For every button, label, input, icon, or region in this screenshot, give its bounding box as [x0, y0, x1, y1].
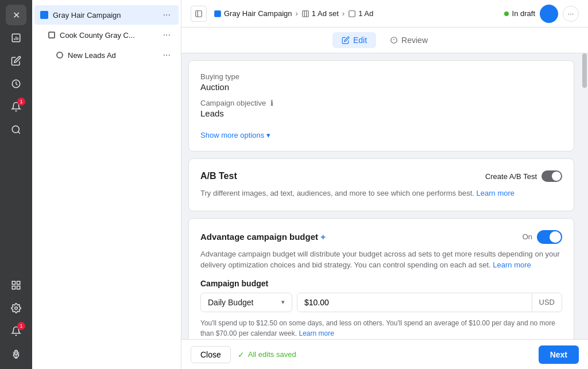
breadcrumb-adset[interactable]: 1 Ad set	[301, 9, 339, 18]
svg-rect-11	[303, 10, 309, 17]
budget-amount-input[interactable]	[297, 293, 532, 312]
buying-type-value: Auction	[200, 82, 562, 92]
daily-budget-label: Daily Budget	[208, 298, 278, 307]
advantage-budget-header: Advantage campaign budget + On	[200, 230, 562, 244]
action-tabs: Edit Review	[181, 28, 588, 53]
ab-toggle-knob	[552, 172, 561, 181]
ab-test-title: A/B Test	[200, 171, 237, 181]
topbar-more-btn[interactable]: ···	[563, 6, 579, 22]
svg-rect-3	[12, 281, 15, 284]
advantage-toggle-btn[interactable]	[537, 230, 562, 244]
advantage-toggle-knob	[550, 231, 561, 243]
bug-icon-btn[interactable]	[6, 344, 26, 364]
topbar-actions: In draft ···	[504, 5, 579, 23]
show-more-options-link[interactable]: Show more options ▾	[200, 131, 270, 139]
sidebar-adset-label: Cook County Gray C...	[60, 31, 161, 40]
settings-icon-btn[interactable]	[6, 298, 26, 318]
advantage-on-label: On	[523, 232, 532, 241]
tab-review[interactable]: Review	[381, 32, 437, 48]
notification-badge: 1	[17, 98, 25, 106]
campaign-more-btn[interactable]: ···	[161, 9, 173, 21]
svg-point-7	[15, 307, 18, 310]
svg-rect-6	[17, 286, 20, 289]
alert-badge: 1	[17, 322, 25, 330]
budget-inputs: Daily Budget ▾ USD	[200, 293, 562, 312]
sidebar-ad-label: New Leads Ad	[68, 51, 161, 60]
daily-budget-select[interactable]: Daily Budget ▾	[200, 293, 292, 312]
status-badge: In draft	[504, 9, 535, 18]
content-area: Buying type Auction Campaign objective ℹ…	[181, 53, 588, 339]
adset-icon	[48, 32, 55, 38]
bottom-bar: Close ✓ All edits saved Next	[181, 339, 588, 369]
svg-rect-4	[17, 281, 20, 284]
breadcrumb-campaign[interactable]: Gray Hair Campaign	[214, 9, 292, 18]
advantage-plus-icon: +	[320, 232, 326, 242]
budget-amount-field: USD	[297, 293, 562, 312]
budget-select-arrow-icon: ▾	[281, 298, 285, 306]
ab-test-description: Try different images, ad text, audiences…	[200, 188, 562, 199]
campaign-icon	[40, 11, 48, 19]
check-icon: ✓	[238, 350, 245, 359]
content-scroll: Buying type Auction Campaign objective ℹ…	[181, 53, 581, 339]
next-button[interactable]: Next	[539, 345, 579, 364]
sidebar-campaign-label: Gray Hair Campaign	[53, 11, 161, 20]
notification-icon-btn[interactable]: 1	[6, 96, 26, 117]
currency-label: USD	[532, 293, 562, 311]
sidebar-campaign: Gray Hair Campaign ··· Cook County Gray …	[32, 0, 181, 70]
pencil-icon-btn[interactable]	[6, 51, 26, 71]
advantage-budget-title: Advantage campaign budget +	[200, 232, 326, 242]
campaign-objective-field: Campaign objective ℹ Leads	[200, 99, 562, 118]
ab-test-header: A/B Test Create A/B Test	[200, 170, 562, 182]
ad-more-btn[interactable]: ···	[161, 49, 173, 61]
icon-bar: ✕ 1 1	[0, 0, 32, 369]
info-icon: ℹ	[270, 99, 273, 107]
budget-note-learn-more-link[interactable]: Learn more	[299, 329, 334, 337]
svg-point-2	[12, 126, 19, 133]
scrollbar-track[interactable]	[581, 53, 588, 339]
advantage-toggle-group: On	[523, 230, 562, 244]
close-button[interactable]: Close	[191, 346, 231, 363]
saved-status: ✓ All edits saved	[238, 350, 296, 359]
sidebar-item-campaign[interactable]: Gray Hair Campaign ···	[34, 5, 179, 25]
grid-icon-btn[interactable]	[6, 275, 26, 296]
main-panel: Gray Hair Campaign › 1 Ad set › 1 Ad In …	[181, 0, 588, 369]
advantage-budget-card: Advantage campaign budget + On Advantage…	[188, 218, 574, 340]
sidebar-item-ad[interactable]: New Leads Ad ···	[34, 45, 179, 65]
svg-rect-9	[196, 10, 202, 17]
buying-type-label: Buying type	[200, 72, 562, 81]
sidebar-toggle-btn[interactable]	[191, 6, 207, 22]
tab-edit[interactable]: Edit	[332, 32, 376, 48]
svg-rect-5	[12, 286, 15, 289]
breadcrumb-sep2: ›	[342, 9, 345, 18]
campaign-budget-label: Campaign budget	[200, 279, 562, 288]
status-dot	[504, 11, 509, 16]
chart-icon-btn[interactable]	[6, 28, 26, 48]
topbar: Gray Hair Campaign › 1 Ad set › 1 Ad In …	[181, 0, 588, 28]
ab-learn-more-link[interactable]: Learn more	[477, 189, 514, 197]
avatar[interactable]	[540, 5, 558, 23]
create-ab-test-btn[interactable]: Create A/B Test	[485, 170, 562, 182]
budget-note: You'll spend up to $12.50 on some days, …	[200, 318, 562, 339]
chevron-down-icon: ▾	[266, 131, 270, 139]
adset-more-btn[interactable]: ···	[161, 29, 173, 41]
svg-rect-10	[214, 10, 221, 17]
campaign-settings-card: Buying type Auction Campaign objective ℹ…	[188, 60, 574, 152]
campaign-objective-value: Leads	[200, 108, 562, 118]
ab-toggle[interactable]	[541, 170, 562, 182]
breadcrumb-sep1: ›	[296, 9, 298, 18]
search-icon-btn[interactable]	[6, 119, 26, 140]
ad-icon	[56, 52, 63, 59]
svg-rect-12	[349, 10, 355, 17]
advantage-learn-more-link[interactable]: Learn more	[493, 261, 531, 269]
ab-test-card: A/B Test Create A/B Test Try different i…	[188, 158, 574, 211]
buying-type-field: Buying type Auction	[200, 72, 562, 92]
campaign-objective-label: Campaign objective ℹ	[200, 99, 562, 107]
sidebar-item-adset[interactable]: Cook County Gray C... ···	[34, 25, 179, 45]
breadcrumb: Gray Hair Campaign › 1 Ad set › 1 Ad	[214, 9, 504, 18]
clock-icon-btn[interactable]	[6, 73, 26, 94]
breadcrumb-ad[interactable]: 1 Ad	[348, 9, 373, 18]
advantage-budget-description: Advantage campaign budget will distribut…	[200, 248, 562, 271]
close-icon-btn[interactable]: ✕	[6, 5, 26, 25]
alert-icon-btn[interactable]: 1	[6, 321, 26, 341]
sidebar: Gray Hair Campaign ··· Cook County Gray …	[32, 0, 181, 369]
